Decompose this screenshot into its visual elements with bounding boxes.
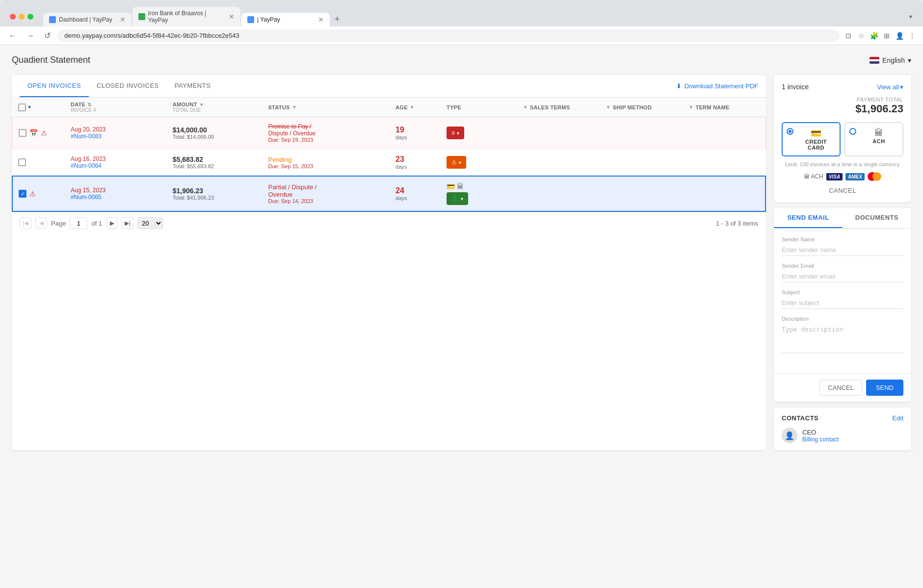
contacts-edit-link[interactable]: Edit (893, 414, 903, 422)
select-all-checkbox[interactable] (18, 103, 26, 111)
age-column-header[interactable]: Age ▼ (390, 98, 441, 117)
tab-dashboard[interactable]: Dashboard | YayPay ✕ (43, 13, 132, 26)
page-number-input[interactable] (70, 217, 87, 229)
row3-date: Aug 15, 2023 (71, 187, 161, 194)
status-column-header[interactable]: Status ▼ (262, 98, 390, 117)
row2-type-button[interactable]: ⚠ ▾ (447, 156, 466, 169)
date-sort-icon[interactable]: ⇅ (87, 102, 91, 107)
sales-terms-column-header[interactable]: ▼ Sales terms (517, 98, 600, 117)
row2-invoice-num[interactable]: #Num-0064 (71, 162, 161, 169)
next-page-button[interactable]: ▶ (106, 217, 118, 229)
ach-radio[interactable] (849, 128, 856, 135)
credit-card-label: CREDIT CARD (796, 139, 836, 151)
first-page-button[interactable]: |◀ (20, 217, 31, 229)
row1-term-cell (683, 117, 765, 149)
row2-date-cell: Aug 16, 2023 #Num-0064 (65, 149, 167, 177)
row2-due: Due: Sep 15, 2023 (268, 163, 384, 169)
table-row[interactable]: 📅 ⚠ Aug 20, 2023 #Num-0083 $14,000.00 To (12, 117, 765, 149)
row3-type-cell[interactable]: 💳 🏛 💲 ▾ (441, 176, 517, 211)
email-cancel-button[interactable]: CANCEL (819, 380, 862, 396)
tab-payments[interactable]: PAYMENTS (167, 75, 219, 97)
table-row[interactable]: ✓ ⚠ Aug 15, 2023 #Num-0065 $1,906.23 Tot… (12, 176, 765, 211)
row3-type-button[interactable]: 💲 ▾ (447, 192, 468, 205)
row3-date-cell: Aug 15, 2023 #Num-0065 (65, 176, 167, 211)
tab-documents[interactable]: DOCUMENTS (843, 208, 911, 228)
download-statement-button[interactable]: ⬇ Download Statement PDF (676, 82, 758, 90)
tab-iron-bank[interactable]: Iron Bank of Braavos | YayPay ✕ (132, 7, 240, 26)
bookmark-icon[interactable]: ⊡ (844, 31, 853, 41)
row1-checkbox[interactable] (19, 129, 26, 137)
row3-invoice-num[interactable]: #Num-0065 (71, 194, 161, 201)
sender-name-input[interactable] (782, 244, 903, 256)
tab-close-yaypay[interactable]: ✕ (318, 16, 324, 24)
status-sort-icon[interactable]: ▼ (292, 104, 297, 110)
prev-page-button[interactable]: ◀ (35, 217, 47, 229)
amex-icon: AMEX (845, 173, 865, 180)
row1-type-cell[interactable]: ≡ ▾ (441, 117, 517, 149)
page-size-select[interactable]: 20 50 100 (137, 217, 163, 229)
row1-status: Promise to Pay / (268, 123, 384, 130)
table-row[interactable]: Aug 16, 2023 #Num-0064 $5,683.82 Total: … (12, 149, 765, 177)
screenshot-icon[interactable]: ⊞ (882, 31, 892, 41)
items-count: 1 - 3 of 3 items (716, 220, 758, 227)
date-column-header[interactable]: Date ⇅ Invoice # (65, 98, 167, 117)
sales-filter-icon[interactable]: ▼ (523, 104, 528, 110)
row2-type-cell[interactable]: ⚠ ▾ (441, 149, 517, 177)
language-selector[interactable]: English ▾ (870, 56, 911, 64)
row1-sales-cell (517, 117, 600, 149)
row3-age-cell: 24 days (390, 176, 441, 211)
tab-send-email[interactable]: SEND EMAIL (774, 208, 843, 228)
row1-check-cell[interactable]: 📅 ⚠ (12, 117, 65, 149)
row2-check-cell[interactable] (12, 149, 65, 177)
minimize-traffic-light[interactable] (19, 14, 25, 20)
term-filter-icon[interactable]: ▼ (688, 104, 693, 110)
tab-label-yaypay: | YayPay (257, 16, 280, 23)
row1-type-button[interactable]: ≡ ▾ (447, 127, 464, 139)
reload-button[interactable]: ↺ (41, 30, 53, 41)
description-textarea[interactable] (782, 324, 903, 353)
contact-avatar: 👤 (782, 428, 797, 443)
ach-method[interactable]: 🏛 ACH (844, 122, 903, 156)
invoice-table: ▾ Date ⇅ Invoice # (12, 98, 766, 212)
maximize-traffic-light[interactable] (27, 14, 33, 20)
close-traffic-light[interactable] (10, 14, 16, 20)
address-bar[interactable] (57, 29, 840, 42)
view-all-link[interactable]: View all ▾ (877, 83, 903, 91)
row1-invoice-num[interactable]: #Num-0083 (71, 133, 161, 140)
sender-email-input[interactable] (782, 271, 903, 282)
tab-yaypay[interactable]: | YayPay ✕ (241, 13, 330, 26)
email-send-button[interactable]: SEND (866, 380, 903, 396)
forward-button[interactable]: → (24, 30, 37, 41)
row3-check-cell[interactable]: ✓ ⚠ (12, 176, 65, 211)
payment-cancel-button[interactable]: CANCEL (782, 187, 903, 194)
ship-method-column-header[interactable]: ▼ Ship method (600, 98, 683, 117)
sender-name-label: Sender Name (782, 236, 903, 242)
credit-card-radio[interactable] (787, 128, 793, 135)
term-name-column-header[interactable]: ▼ Term name (683, 98, 765, 117)
tab-close-dashboard[interactable]: ✕ (120, 16, 126, 24)
extension-icon[interactable]: 🧩 (869, 31, 879, 41)
amount-sort-icon[interactable]: ▼ (199, 102, 204, 107)
age-sort-icon[interactable]: ▼ (410, 104, 415, 110)
tab-closed-invoices[interactable]: CLOSED INVOICES (89, 75, 167, 97)
last-page-button[interactable]: ▶| (122, 217, 133, 229)
contact-info: CEO Billing contact (802, 429, 839, 443)
credit-card-method[interactable]: 💳 CREDIT CARD (782, 122, 841, 156)
row3-checkbox[interactable]: ✓ (19, 190, 26, 198)
tab-open-invoices[interactable]: OPEN INVOICES (20, 75, 89, 97)
back-button[interactable]: ← (6, 30, 20, 41)
select-all-header[interactable]: ▾ (12, 98, 65, 117)
ach-icon: 🏛 (874, 128, 883, 138)
subject-input[interactable] (782, 297, 903, 309)
row2-age-label: days (396, 164, 435, 170)
menu-icon[interactable]: ⋮ (907, 31, 917, 41)
tab-close-iron-bank[interactable]: ✕ (229, 13, 235, 21)
new-tab-button[interactable]: + (331, 12, 344, 26)
star-icon[interactable]: ☆ (856, 31, 866, 41)
profile-icon[interactable]: 👤 (895, 31, 904, 41)
tab-menu-button[interactable]: ▾ (909, 13, 919, 20)
amount-column-header[interactable]: Amount ▼ Total due (167, 98, 263, 117)
row2-checkbox[interactable] (18, 158, 26, 166)
ship-filter-icon[interactable]: ▼ (606, 104, 610, 110)
sort-chevron[interactable]: ▾ (28, 104, 31, 110)
